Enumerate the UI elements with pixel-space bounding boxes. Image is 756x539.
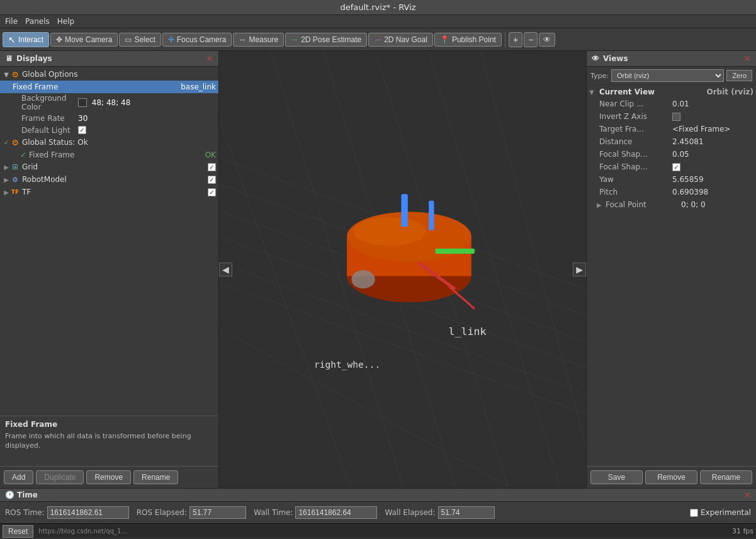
focal-shape2-label: Focal Shap... (597, 162, 672, 171)
experimental-checkbox[interactable] (690, 509, 698, 517)
displays-icon: 🖥 (5, 54, 13, 63)
fixed-frame-item[interactable]: Fixed Frame base_link (0, 81, 218, 93)
views-icon: 👁 (592, 54, 599, 63)
views-zero-button[interactable]: Zero (726, 70, 752, 81)
views-type-row: Type: Orbit (rviz) Zero (587, 67, 756, 85)
remove-button[interactable]: Remove (86, 470, 131, 484)
clock-icon: 🕐 (5, 491, 14, 499)
viewport-arrow-right[interactable]: ▶ (573, 263, 586, 276)
nav-goal-button[interactable]: → 2D Nav Goal (368, 33, 433, 47)
fixed-frame-status-label: Fixed Frame (29, 150, 205, 159)
select-icon: ▭ (125, 35, 132, 44)
views-header: 👁 Views ✕ (587, 51, 756, 67)
default-light-row[interactable]: Default Light ✓ (0, 124, 218, 136)
current-view-type: Orbit (rviz) (706, 88, 753, 96)
pose-estimate-button[interactable]: → 2D Pose Estimate (285, 33, 367, 47)
focal-shape2-checkbox[interactable]: ✓ (672, 163, 680, 171)
move-camera-button[interactable]: ✥ Move Camera (50, 33, 118, 47)
yaw-label: Yaw (597, 175, 672, 184)
ros-elapsed-input[interactable] (189, 506, 246, 519)
expand-arrow-grid: ▶ (3, 164, 10, 171)
tf-checkbox[interactable]: ✓ (208, 188, 216, 196)
views-type-select[interactable]: Orbit (rviz) (611, 69, 724, 82)
focal-shape1-value: 0.05 (672, 150, 753, 159)
expand-arrow-tf: ▶ (3, 189, 10, 196)
grid-item[interactable]: ▶ ⊞ Grid ✓ (0, 161, 218, 173)
measure-button[interactable]: ↔ Measure (233, 33, 284, 47)
views-rename-button[interactable]: Rename (700, 470, 752, 484)
focal-shape1-row[interactable]: Focal Shap... 0.05 (587, 148, 756, 161)
views-type-label: Type: (590, 72, 609, 80)
svg-rect-21 (436, 249, 475, 254)
viewport: l_link right_whe... ◀ ▶ (219, 51, 586, 488)
time-bar: 🕐 Time ✕ ROS Time: ROS Elapsed: Wall Tim… (0, 488, 756, 523)
global-options-item[interactable]: ▼ ⚙ Global Options (0, 68, 218, 81)
focal-point-row[interactable]: ▶ Focal Point 0; 0; 0 (587, 198, 756, 211)
invert-z-row[interactable]: Invert Z Axis (587, 110, 756, 123)
svg-point-18 (353, 217, 426, 246)
rename-button[interactable]: Rename (133, 470, 178, 484)
add-toolbar-button[interactable]: + (509, 32, 522, 47)
bottom-bar: Reset https://blog.csdn.net/qq_1... 31 f… (0, 523, 756, 538)
robot-model-checkbox[interactable]: ✓ (208, 176, 216, 184)
default-light-checkbox[interactable]: ✓ (78, 126, 86, 134)
invert-z-value (672, 113, 753, 121)
displays-panel: 🖥 Displays ✕ ▼ ⚙ Global Options Fixed Fr… (0, 51, 219, 488)
global-status-item[interactable]: ✓ ⚙ Global Status: Ok (0, 136, 218, 149)
interact-button[interactable]: ↖ Interact (3, 32, 49, 47)
displays-close-icon[interactable]: ✕ (206, 54, 213, 64)
views-close-icon[interactable]: ✕ (743, 54, 751, 64)
expand-arrow-current-view: ▼ (589, 89, 597, 96)
expand-arrow-focal-point: ▶ (597, 201, 604, 208)
yaw-row[interactable]: Yaw 5.65859 (587, 173, 756, 186)
menu-panels[interactable]: Panels (25, 17, 50, 26)
background-color-row[interactable]: Background Color 48; 48; 48 (0, 93, 218, 112)
current-view-section[interactable]: ▼ Current View Orbit (rviz) (587, 86, 756, 98)
target-frame-label: Target Fra... (597, 125, 672, 133)
menu-file[interactable]: File (5, 17, 18, 26)
camera-icon-button[interactable]: 👁 (539, 33, 555, 47)
fixed-frame-status-row[interactable]: ✓ Fixed Frame OK (0, 149, 218, 161)
time-reset-button[interactable]: Reset (3, 525, 33, 538)
distance-value: 2.45081 (672, 137, 753, 146)
views-save-button[interactable]: Save (590, 470, 643, 484)
duplicate-button[interactable]: Duplicate (36, 470, 84, 484)
distance-row[interactable]: Distance 2.45081 (587, 135, 756, 148)
fixed-frame-label: Fixed Frame (13, 82, 178, 91)
wall-time-field: Wall Time: (254, 506, 377, 519)
pitch-label: Pitch (597, 188, 672, 196)
focal-shape2-row[interactable]: Focal Shap... ✓ (587, 161, 756, 173)
frame-rate-row[interactable]: Frame Rate 30 (0, 112, 218, 124)
view-action-buttons: Save Remove Rename (587, 466, 756, 488)
move-camera-icon: ✥ (56, 35, 62, 44)
target-frame-row[interactable]: Target Fra... <Fixed Frame> (587, 123, 756, 135)
publish-point-button[interactable]: 📍 Publish Point (434, 33, 502, 47)
near-clip-row[interactable]: Near Clip ... 0.01 (587, 98, 756, 110)
wall-elapsed-input[interactable] (438, 506, 495, 519)
menu-help[interactable]: Help (57, 17, 74, 26)
wall-time-input[interactable] (295, 506, 377, 519)
ros-time-input[interactable] (47, 506, 129, 519)
robot-model-item[interactable]: ▶ ⚙ RobotModel ✓ (0, 173, 218, 186)
viewport-svg: l_link right_whe... (219, 51, 586, 488)
views-title: Views (603, 54, 628, 63)
focus-camera-button[interactable]: ✛ Focus Camera (162, 33, 232, 47)
info-title: Fixed Frame (5, 420, 213, 429)
remove-toolbar-button[interactable]: − (524, 32, 538, 47)
gear-icon: ⚙ (10, 69, 20, 79)
window-title: default.rviz* - RViz (340, 3, 415, 12)
pose-estimate-icon: → (291, 35, 298, 44)
status-url: https://blog.csdn.net/qq_1... (38, 528, 732, 535)
views-remove-button[interactable]: Remove (645, 470, 697, 484)
viewport-arrow-left[interactable]: ◀ (219, 263, 232, 276)
invert-z-checkbox[interactable] (672, 113, 680, 121)
toolbar: ↖ Interact ✥ Move Camera ▭ Select ✛ Focu… (0, 28, 756, 51)
pitch-row[interactable]: Pitch 0.690398 (587, 186, 756, 198)
color-swatch (78, 98, 87, 107)
add-button[interactable]: Add (4, 470, 33, 484)
tf-item[interactable]: ▶ TF TF ✓ (0, 186, 218, 198)
interact-icon: ↖ (8, 35, 16, 45)
time-close-icon[interactable]: ✕ (743, 490, 751, 500)
grid-checkbox[interactable]: ✓ (208, 163, 216, 171)
select-button[interactable]: ▭ Select (119, 33, 161, 47)
